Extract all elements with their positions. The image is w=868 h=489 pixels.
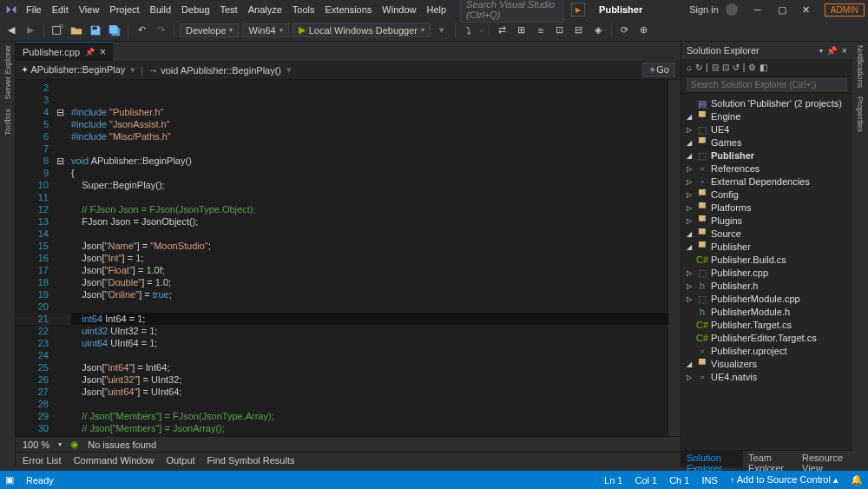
menu-extensions[interactable]: Extensions xyxy=(320,3,378,17)
minimize-button[interactable]: ─ xyxy=(746,4,769,15)
tree-node[interactable]: C#PublisherEditor.Target.cs xyxy=(681,332,852,345)
solution-tree[interactable]: ▤Solution 'Publisher' (2 projects)◢▀Engi… xyxy=(681,94,852,450)
expand-icon[interactable]: ◢ xyxy=(685,110,694,123)
uncomment-icon[interactable]: ⊟ xyxy=(571,23,587,38)
toolbox-tab[interactable]: Toolbox xyxy=(3,109,12,135)
expand-icon[interactable]: ▷ xyxy=(685,293,694,306)
expand-icon[interactable]: ▷ xyxy=(685,202,694,215)
expand-icon[interactable]: ▷ xyxy=(685,280,694,293)
bottom-tab[interactable]: Find Symbol Results xyxy=(207,455,295,466)
zoom-level[interactable]: 100 % xyxy=(23,439,49,450)
tree-node[interactable]: ▷hPublisher.h xyxy=(681,280,852,293)
show-all-icon[interactable]: ⊡ xyxy=(722,63,729,72)
undo-icon[interactable]: ↶ xyxy=(134,23,149,38)
status-col[interactable]: Col 1 xyxy=(635,475,657,486)
quick-search[interactable]: Search Visual Studio (Ctrl+Q) xyxy=(460,0,564,23)
menu-test[interactable]: Test xyxy=(215,3,243,17)
tree-node[interactable]: ◢▀Engine xyxy=(681,110,852,123)
tree-node[interactable]: ▷⬚PublisherModule.cpp xyxy=(681,293,852,306)
expand-icon[interactable]: ▷ xyxy=(685,162,694,175)
expand-icon[interactable]: ▷ xyxy=(685,215,694,228)
status-ln[interactable]: Ln 1 xyxy=(604,475,622,486)
menu-analyze[interactable]: Analyze xyxy=(243,3,287,17)
issues-icon[interactable]: ◉ xyxy=(70,439,79,450)
feedback-icon[interactable]: ▶ xyxy=(571,3,585,17)
tree-node[interactable]: C#Publisher.Build.cs xyxy=(681,254,852,267)
tree-node[interactable]: C#Publisher.Target.cs xyxy=(681,319,852,332)
menu-help[interactable]: Help xyxy=(421,3,451,17)
menu-file[interactable]: File xyxy=(21,3,47,17)
tree-node[interactable]: ▷▀Platforms xyxy=(681,202,852,215)
side-tab[interactable]: Resource View xyxy=(797,451,852,467)
expand-icon[interactable]: ◢ xyxy=(685,149,694,162)
tree-node[interactable]: ▷▀Plugins xyxy=(681,215,852,228)
tool-icon-1[interactable]: ⇄ xyxy=(495,23,510,38)
menu-view[interactable]: View xyxy=(74,3,105,17)
expand-icon[interactable]: ▷ xyxy=(685,123,694,136)
bottom-tab[interactable]: Error List xyxy=(23,455,62,466)
tree-node[interactable]: ◢⬚Publisher xyxy=(681,149,852,162)
tree-node[interactable]: ▷▫References xyxy=(681,162,852,175)
status-ins[interactable]: INS xyxy=(701,475,717,486)
tree-node[interactable]: ▷⬚Publisher.cpp xyxy=(681,267,852,280)
properties-icon[interactable]: ⚙ xyxy=(748,63,756,72)
tool-icon-2[interactable]: ⊞ xyxy=(514,23,529,38)
collapse-icon[interactable]: ⊟ xyxy=(712,63,719,72)
server-explorer-tab[interactable]: Server Explorer xyxy=(3,45,12,100)
run-button[interactable]: ▶Local Windows Debugger▾ xyxy=(293,23,431,37)
tool-icon-3[interactable]: ≡ xyxy=(533,23,549,38)
bookmark-icon[interactable]: ◈ xyxy=(590,23,606,38)
preview-icon[interactable]: ◧ xyxy=(760,63,767,72)
tree-node[interactable]: ▷▫External Dependencies xyxy=(681,175,852,188)
tree-node[interactable]: ▷⬚UE4 xyxy=(681,123,852,136)
code-editor[interactable]: 2345678910111213141516171819202122232425… xyxy=(16,80,681,436)
member-dropdown[interactable]: → void APublisher::BeginPlay() xyxy=(148,65,281,76)
tree-node[interactable]: ▫Publisher.uproject xyxy=(681,345,852,358)
tree-node[interactable]: ▷▀Config xyxy=(681,188,852,202)
panel-menu-icon[interactable]: ▾ xyxy=(819,47,823,55)
redo-icon[interactable]: ↷ xyxy=(153,23,168,38)
refresh-icon[interactable]: ↺ xyxy=(733,63,740,72)
expand-icon[interactable]: ◢ xyxy=(685,228,694,241)
goto-box[interactable]: ✦Go xyxy=(642,63,675,77)
expand-icon[interactable]: ▷ xyxy=(685,175,694,188)
new-project-icon[interactable] xyxy=(49,23,65,38)
tree-node[interactable]: ◢▀Games xyxy=(681,136,852,149)
sync-icon[interactable]: ↻ xyxy=(695,63,702,72)
tree-node[interactable]: ◢▀Visualizers xyxy=(681,358,852,371)
save-icon[interactable] xyxy=(88,23,103,38)
side-tab[interactable]: Team Explorer xyxy=(743,451,797,467)
tree-node[interactable]: ◢▀Publisher xyxy=(681,241,852,254)
panel-close-icon[interactable]: × xyxy=(842,45,847,56)
close-tab-icon[interactable]: × xyxy=(100,46,106,58)
tree-node[interactable]: ◢▀Source xyxy=(681,228,852,241)
menu-project[interactable]: Project xyxy=(104,3,144,17)
menu-edit[interactable]: Edit xyxy=(47,3,74,17)
bottom-tab[interactable]: Command Window xyxy=(74,455,155,466)
nav-back-icon[interactable]: ◀ xyxy=(3,23,19,38)
save-all-icon[interactable] xyxy=(107,23,122,38)
nav-fwd-icon[interactable]: ▶ xyxy=(23,23,38,38)
scope-dropdown[interactable]: ✦ APublisher::BeginPlay xyxy=(21,64,125,76)
tool-icon-5[interactable]: ⊕ xyxy=(636,23,652,38)
solution-search-input[interactable] xyxy=(687,78,847,91)
debug-target-icon[interactable]: ▾ xyxy=(434,23,450,38)
menu-debug[interactable]: Debug xyxy=(176,3,214,17)
panel-pin-icon[interactable]: 📌 xyxy=(826,46,837,56)
expand-icon[interactable]: ▷ xyxy=(685,267,694,280)
menu-tools[interactable]: Tools xyxy=(287,3,320,17)
file-tab[interactable]: Publisher.cpp 📌 × xyxy=(16,42,113,61)
menu-window[interactable]: Window xyxy=(377,3,421,17)
home-icon[interactable]: ⌂ xyxy=(687,63,692,72)
expand-icon[interactable]: ◢ xyxy=(685,358,694,371)
tree-node[interactable]: ▤Solution 'Publisher' (2 projects) xyxy=(681,97,852,110)
sign-in-link[interactable]: Sign in xyxy=(689,4,719,15)
expand-icon[interactable]: ▷ xyxy=(685,371,694,384)
notifications-tab[interactable]: Notifications xyxy=(856,45,865,88)
pin-icon[interactable]: 📌 xyxy=(85,48,95,56)
expand-icon[interactable]: ▷ xyxy=(685,188,694,202)
status-scm[interactable]: ↑ Add to Source Control ▴ xyxy=(730,474,838,486)
side-tab[interactable]: Solution Explorer xyxy=(681,451,743,467)
close-button[interactable]: ✕ xyxy=(795,4,818,16)
maximize-button[interactable]: ▢ xyxy=(771,4,793,16)
